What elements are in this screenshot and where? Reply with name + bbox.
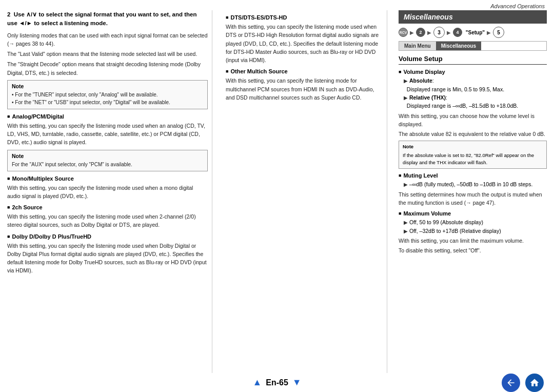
mono-text: With this setting, you can specify the l…: [7, 184, 208, 201]
nav-step-5: 5: [493, 27, 504, 38]
left-para2: The "Last Valid" option means that the l…: [7, 50, 208, 58]
footer-up-arrow-icon[interactable]: ▲: [252, 377, 262, 388]
left-note-item-2: • For the "NET" or "USB" input selector,…: [12, 99, 203, 106]
dolby-heading: Dolby D/Dolby D Plus/TrueHD: [7, 233, 208, 240]
step-header: 2 Use ∧/∨ to select the signal format th…: [7, 10, 208, 28]
relative-arrow-icon: ▶: [404, 95, 408, 101]
footer: ▲ En-65 ▼: [0, 373, 554, 392]
max-vol-arrow2-icon: ▶: [404, 228, 408, 234]
nav-arrow-3: ▶: [447, 30, 451, 35]
nav-steps: RCV ▶ 2 ▶ 3 ▶ 4 "Setup" ▶ 5: [399, 27, 547, 38]
right-column: Miscellaneous RCV ▶ 2 ▶ 3 ▶ 4 "Se: [397, 10, 547, 373]
absolute-arrow-icon: ▶: [404, 78, 408, 84]
nav-circle-4: 4: [453, 28, 462, 37]
max-vol-item2: ▶ Off, –32dB to +17dB (Relative display): [404, 227, 547, 236]
analog-text: With this setting, you can specify the l…: [7, 122, 208, 147]
muting-desc: ▶ –∞dB (fully muted), –50dB to –10dB in …: [404, 180, 547, 189]
nav-step-3: 3: [433, 27, 445, 38]
footer-page-label: En-65: [266, 378, 288, 387]
dts-heading: DTS/DTS-ES/DTS-HD: [226, 14, 383, 21]
nav-step-4: 4: [453, 28, 462, 37]
advanced-operations-label: Advanced Operations: [0, 0, 554, 10]
nav-setup-label: "Setup": [464, 30, 485, 35]
home-button[interactable]: [525, 374, 544, 392]
muting-body: This setting determines how much the out…: [399, 190, 547, 207]
max-volume-heading: Maximum Volume: [399, 210, 547, 217]
relative-item: ▶ Relative (THX): Displayed range is –∞d…: [404, 93, 547, 110]
nav-circle-5: 5: [493, 27, 504, 38]
nav-circle-2: 2: [416, 28, 425, 37]
left-note-item-1: • For the "TUNER" input selector, only "…: [12, 91, 203, 99]
nav-step-2: 2: [416, 28, 425, 37]
back-button[interactable]: [502, 374, 520, 392]
left-column: 2 Use ∧/∨ to select the signal format th…: [7, 10, 212, 373]
muting-arrow-icon: ▶: [404, 182, 408, 187]
footer-icons: [502, 374, 544, 392]
left-para3: The "Straight Decode" option means that …: [7, 60, 208, 77]
right-note-title: Note: [403, 143, 543, 150]
max-vol-body2: To disable this setting, select "Off".: [399, 246, 547, 254]
nav-arrow-1: ▶: [410, 30, 414, 35]
nav-arrow-2: ▶: [427, 30, 431, 35]
page-container: Advanced Operations 2 Use ∧/∨ to select …: [0, 0, 554, 392]
left-note-box: Note • For the "TUNER" input selector, o…: [7, 80, 208, 109]
twoch-heading: 2ch Source: [7, 204, 208, 210]
volume-display-body2: The absolute value 82 is equivalent to t…: [399, 130, 547, 138]
twoch-text: With this setting, you can specify the l…: [7, 212, 208, 229]
dolby-text: With this setting, you can specify the l…: [7, 242, 208, 275]
absolute-item: ▶ Absolute: Displayed range is Min, 0.5 …: [404, 76, 547, 93]
analog-heading: Analog/PCM/Digital: [7, 113, 208, 120]
aux-note-text: For the "AUX" input selector, only "PCM"…: [12, 161, 203, 168]
volume-display-heading: Volume Display: [399, 69, 547, 75]
nav-circle-3: 3: [433, 27, 445, 38]
footer-page: ▲ En-65 ▼: [252, 377, 301, 388]
nav-receive-icon: RCV: [399, 28, 408, 37]
breadcrumb: Main Menu Miscellaneous: [399, 41, 547, 51]
footer-down-arrow-icon[interactable]: ▼: [292, 377, 302, 388]
right-note-box: Note If the absolute value is set to 82,…: [399, 141, 547, 169]
mono-heading: Mono/Multiplex Source: [7, 175, 208, 182]
breadcrumb-miscellaneous: Miscellaneous: [436, 42, 481, 50]
multich-heading: Other Multich Source: [226, 68, 383, 74]
volume-display-body1: With this setting, you can choose how th…: [399, 112, 547, 129]
volume-setup-title: Volume Setup: [399, 55, 547, 65]
aux-note-title: Note: [12, 153, 203, 159]
multich-text: With this setting, you can specify the l…: [226, 76, 383, 102]
nav-arrow-4: ▶: [487, 30, 491, 35]
dts-text: With this setting, you can specify the l…: [226, 23, 383, 64]
right-note-text: If the absolute value is set to 82, "82.…: [403, 152, 543, 167]
nav-step-1: RCV: [399, 28, 408, 37]
left-para1: Only listening modes that can be used wi…: [7, 31, 208, 48]
misc-header: Miscellaneous: [399, 10, 547, 24]
aux-note-box: Note For the "AUX" input selector, only …: [7, 150, 208, 171]
breadcrumb-main-menu: Main Menu: [399, 42, 436, 50]
middle-column: DTS/DTS-ES/DTS-HD With this setting, you…: [222, 10, 387, 373]
max-vol-item1: ▶ Off, 50 to 99 (Absolute display): [404, 218, 547, 227]
main-content: 2 Use ∧/∨ to select the signal format th…: [0, 10, 554, 373]
muting-level-heading: Muting Level: [399, 172, 547, 179]
max-vol-body1: With this setting, you can limit the max…: [399, 237, 547, 245]
left-note-title: Note: [12, 83, 203, 89]
max-vol-arrow1-icon: ▶: [404, 220, 408, 225]
